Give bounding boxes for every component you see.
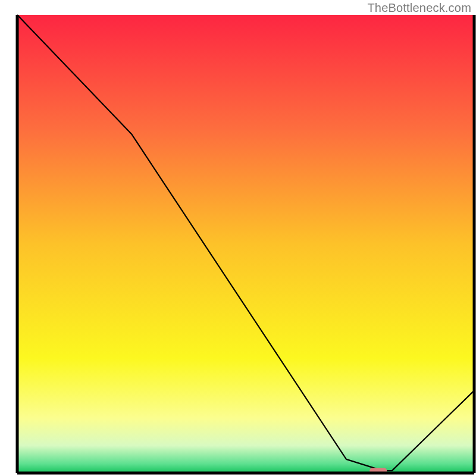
chart-background-gradient [17,15,474,473]
watermark-text: TheBottleneck.com [367,1,471,15]
bottleneck-chart [0,0,476,476]
